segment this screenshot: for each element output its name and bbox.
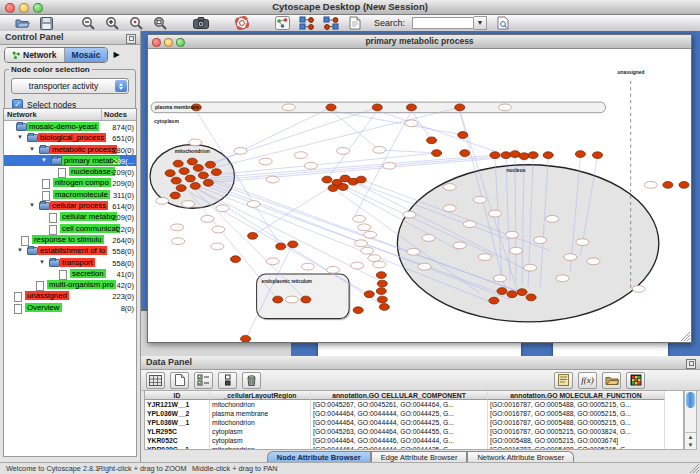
table-cell[interactable]: mitochondrion — [210, 445, 311, 450]
network-node[interactable] — [463, 221, 476, 228]
expand-arrow-icon[interactable]: ▼ — [41, 157, 47, 163]
table-cell[interactable]: [GO:0016787, GO:0005488, GO:0005215, G..… — [488, 418, 665, 427]
tree-row[interactable]: nucleobase-209(0) — [4, 166, 136, 177]
network-node-selected[interactable] — [517, 289, 527, 296]
network-node[interactable] — [266, 176, 279, 183]
tree-row[interactable]: ▼establishment of lo558(0) — [4, 245, 136, 256]
network-node[interactable] — [407, 248, 420, 255]
table-cell[interactable]: YJR121W__1 — [145, 400, 210, 409]
network-node[interactable] — [326, 266, 339, 273]
network-node-selected[interactable] — [497, 288, 507, 295]
network-node[interactable] — [234, 148, 247, 155]
network-node-selected[interactable] — [379, 304, 389, 311]
report-icon[interactable] — [554, 372, 573, 389]
network-node-selected[interactable] — [193, 165, 203, 172]
table-cell[interactable]: YKR052C — [145, 436, 210, 445]
tree-row[interactable]: response to stimulu264(0) — [4, 234, 136, 245]
network-node-selected[interactable] — [203, 179, 213, 186]
network-node-selected[interactable] — [406, 104, 416, 111]
zoom-fit-icon[interactable] — [151, 16, 168, 30]
network-node-selected[interactable] — [510, 151, 520, 158]
network-node-selected[interactable] — [230, 256, 240, 263]
network-node[interactable] — [182, 201, 195, 208]
network-node[interactable] — [282, 104, 295, 111]
function-builder-icon[interactable]: f(x) — [578, 372, 597, 389]
network-node-selected[interactable] — [301, 296, 311, 303]
tree-row[interactable]: cell communicat22(0) — [4, 223, 136, 234]
network-node-selected[interactable] — [198, 172, 208, 179]
tree-column-nodes[interactable]: Nodes — [102, 109, 136, 120]
tree-row[interactable]: multi-organism pro42(0) — [4, 279, 136, 290]
network-node[interactable] — [285, 296, 298, 303]
expand-arrow-icon[interactable]: ▼ — [17, 134, 23, 140]
tab-mosaic[interactable]: Mosaic — [65, 48, 108, 62]
network-node[interactable] — [498, 104, 511, 111]
tab-overflow-arrow-icon[interactable]: ▶ — [113, 50, 119, 59]
network-node-selected[interactable] — [455, 104, 465, 111]
network-node[interactable] — [587, 258, 600, 265]
network-node[interactable] — [493, 275, 506, 282]
network-node-selected[interactable] — [356, 176, 366, 183]
network-node[interactable] — [403, 211, 416, 218]
network-node[interactable] — [247, 201, 260, 208]
table-cell[interactable]: cytoplasm — [210, 436, 311, 445]
scrollbar-arrows[interactable]: ▲▼ — [685, 432, 696, 449]
network-node-selected[interactable] — [248, 232, 258, 239]
scrollbar-thumb[interactable] — [686, 392, 695, 408]
tree-row[interactable]: nitrogen compo209(0) — [4, 177, 136, 188]
float-panel-icon[interactable] — [126, 34, 136, 44]
network-node-selected[interactable] — [322, 176, 332, 183]
network-node[interactable] — [505, 231, 518, 238]
network-window-titlebar[interactable]: primary metabolic process — [148, 35, 691, 49]
network-node-selected[interactable] — [288, 241, 298, 248]
annotation-icon[interactable] — [346, 16, 363, 30]
network-node-selected[interactable] — [185, 175, 195, 182]
network-node-selected[interactable] — [489, 297, 499, 304]
network-node-selected[interactable] — [173, 160, 183, 167]
network-node-selected[interactable] — [679, 181, 689, 188]
network-node[interactable] — [488, 210, 501, 217]
expand-arrow-icon[interactable]: ▼ — [17, 247, 23, 253]
network-node[interactable] — [564, 254, 577, 261]
expand-arrow-icon[interactable]: ▼ — [29, 202, 35, 208]
network-node-selected[interactable] — [364, 291, 374, 298]
network-node[interactable] — [156, 197, 169, 204]
network-node-selected[interactable] — [376, 288, 386, 295]
network-node[interactable] — [418, 263, 431, 270]
table-cell[interactable]: [GO:0044464, GO:0044444, GO:0044425, G..… — [311, 409, 488, 418]
tree-row[interactable]: macromolecule311(0) — [4, 189, 136, 200]
window-resize-grip[interactable] — [690, 464, 699, 473]
table-cell[interactable]: [GO:0016787, GO:0005488, GO:0005215, G..… — [488, 409, 665, 418]
network-node[interactable] — [534, 237, 547, 244]
network-node[interactable] — [373, 261, 386, 268]
matrix-icon[interactable] — [626, 372, 645, 389]
network-node-selected[interactable] — [543, 152, 553, 159]
network-node[interactable] — [405, 120, 418, 127]
network-node[interactable] — [361, 247, 374, 254]
float-panel-icon[interactable] — [686, 359, 696, 369]
plugins-icon[interactable] — [233, 16, 250, 30]
network-node[interactable] — [201, 215, 214, 222]
table-row[interactable]: YDR039C__1mitochondrion[GO:0044464, GO:0… — [145, 445, 683, 450]
table-cell[interactable]: YPL036W__1 — [145, 418, 210, 427]
tree-row[interactable]: ▼biological_process651(0) — [4, 132, 136, 143]
table-scrollbar[interactable]: ▲▼ — [684, 390, 697, 450]
network-node[interactable] — [453, 242, 466, 249]
node-color-dropdown[interactable]: transporter activity — [11, 78, 129, 94]
tree-row[interactable]: cellular metabo209(0) — [4, 211, 136, 222]
network-node[interactable] — [304, 162, 317, 169]
network-canvas[interactable]: plasma membranecytoplasmmitochondrionnuc… — [148, 49, 691, 342]
network-node[interactable] — [443, 205, 456, 212]
resize-grip[interactable] — [681, 332, 690, 341]
delete-attribute-icon[interactable] — [242, 372, 261, 389]
table-row[interactable]: YJR121W__1mitochondrion[GO:0045267, GO:0… — [145, 400, 683, 409]
create-attribute-icon[interactable] — [170, 372, 189, 389]
table-cell[interactable]: plasma membrane — [210, 409, 311, 418]
zoom-in-icon[interactable] — [103, 16, 120, 30]
network-node[interactable] — [266, 258, 279, 265]
network-node-selected[interactable] — [460, 150, 470, 157]
snapshot-icon[interactable] — [192, 16, 209, 30]
network-node[interactable] — [473, 196, 486, 203]
tree-column-network[interactable]: Network — [4, 109, 102, 120]
network-node[interactable] — [556, 275, 569, 282]
